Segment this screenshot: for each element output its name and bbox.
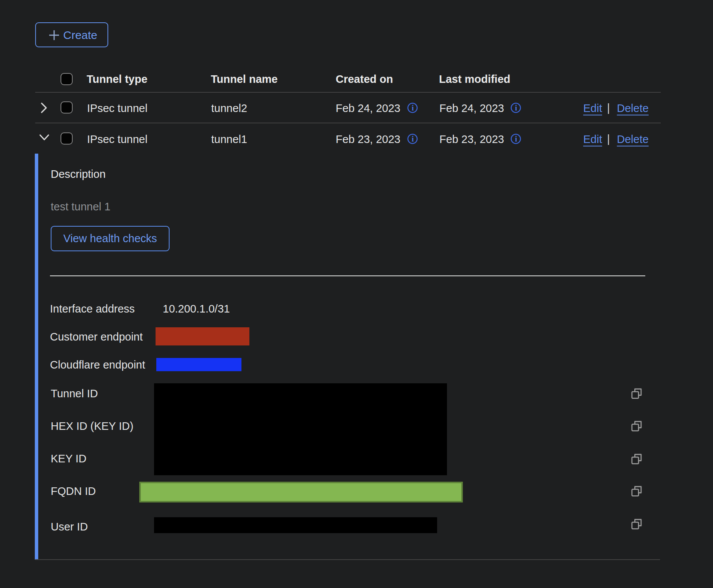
svg-text:i: i — [412, 135, 414, 143]
svg-text:i: i — [515, 135, 517, 143]
svg-text:i: i — [412, 104, 414, 112]
svg-text:i: i — [515, 104, 517, 112]
